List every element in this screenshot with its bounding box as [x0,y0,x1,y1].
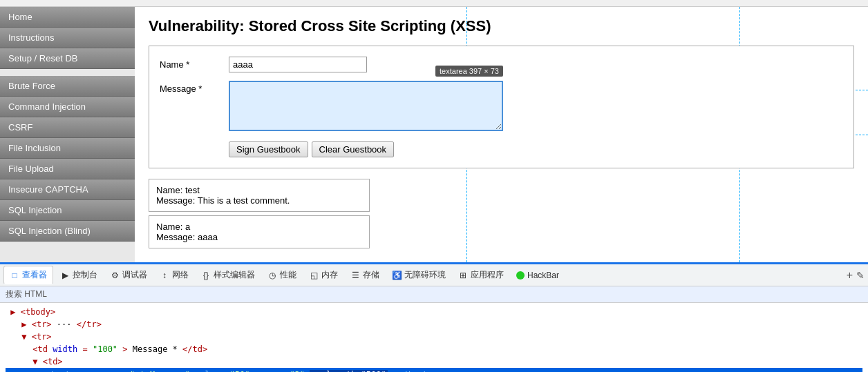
style-editor-icon: {} [201,271,211,280]
search-html-label: 搜索 HTML [6,288,47,300]
devtools-right-actions: + ✎ [847,269,865,282]
sidebar-item-file-inclusion[interactable]: File Inclusion [0,138,135,159]
tab-console[interactable]: ▶ 控制台 [55,266,103,284]
comment-box-2: Name: a Message: aaaa [149,215,370,248]
message-label: Message * [160,81,229,94]
tab-hackbar-label: HackBar [527,271,559,280]
html-line-5: ▼ <td> [6,355,862,368]
textarea-wrapper: textarea 397 × 73 [229,81,503,133]
tab-accessibility[interactable]: ♿ 无障碍环境 [386,266,451,284]
sidebar-spacer [0,69,135,76]
tab-debugger-label: 调试器 [122,269,147,281]
sidebar-item-command-injection[interactable]: Command Injection [0,97,135,117]
tab-memory-label: 内存 [321,269,338,281]
tab-storage-label: 存储 [363,269,379,281]
tab-console-label: 控制台 [73,269,97,281]
tab-application[interactable]: ⊞ 应用程序 [453,266,509,284]
name-input[interactable] [229,57,367,72]
tab-memory[interactable]: ◱ 内存 [303,266,343,284]
html-line-1: ▶ <tbody> [6,306,862,318]
textarea-tooltip: textarea 397 × 73 [435,66,503,77]
network-icon: ↕ [160,271,169,280]
html-line-3: ▼ <tr> [6,331,862,343]
comment-box-1: Name: test Message: This is a test comme… [149,179,370,212]
main-content: Vulnerability: Stored Cross Site Scripti… [135,7,868,262]
sidebar-item-instructions[interactable]: Instructions [0,28,135,48]
top-bar [0,0,868,7]
performance-icon: ◷ [267,271,277,280]
comment-1-message: Message: This is a test comment. [156,195,362,206]
tab-style-editor-label: 样式编辑器 [214,269,255,281]
sidebar-item-setup-reset-db[interactable]: Setup / Reset DB [0,48,135,69]
clear-guestbook-button[interactable]: Clear Guestbook [312,141,395,157]
tab-hackbar[interactable]: HackBar [511,268,565,283]
tab-application-label: 应用程序 [471,269,504,281]
tab-style-editor[interactable]: {} 样式编辑器 [196,266,261,284]
tab-accessibility-label: 无障碍环境 [404,269,446,281]
hackbar-dot-icon [516,271,525,280]
sidebar-item-csrf[interactable]: CSRF [0,117,135,138]
tab-debugger[interactable]: ⚙ 调试器 [104,266,153,284]
storage-icon: ☰ [350,271,360,280]
message-row: Message * textarea 397 × 73 [160,81,843,133]
devtools-panel: □ 查看器 ▶ 控制台 ⚙ 调试器 ↕ 网络 {} 样式编辑器 ◷ 性能 ◱ 内… [0,262,868,372]
sidebar-item-brute-force[interactable]: Brute Force [0,76,135,97]
tab-network-label: 网络 [172,269,189,281]
comment-1-name: Name: test [156,185,362,195]
message-textarea[interactable] [229,81,503,131]
html-line-6[interactable]: <textarea name = "mtxMessage" cols = "50… [6,368,862,372]
inspector-icon: □ [10,271,19,280]
tab-network[interactable]: ↕ 网络 [154,266,194,284]
comment-2-message: Message: aaaa [156,232,362,242]
memory-icon: ◱ [309,271,319,280]
comment-2-name: Name: a [156,222,362,232]
comments-area: Name: test Message: This is a test comme… [149,179,854,248]
tab-inspector[interactable]: □ 查看器 [3,266,53,284]
sidebar-item-home[interactable]: Home [0,7,135,28]
sidebar-item-insecure-captcha[interactable]: Insecure CAPTCHA [0,179,135,200]
tab-performance[interactable]: ◷ 性能 [262,266,302,284]
sidebar-item-sql-injection[interactable]: SQL Injection [0,200,135,221]
sidebar-item-sql-injection-blind[interactable]: SQL Injection (Blind) [0,221,135,242]
devtools-search-bar: 搜索 HTML [0,286,868,303]
devtools-html-content: ▶ <tbody> ▶ <tr> ··· </tr> ▼ <tr> <td wi… [0,303,868,372]
add-tab-icon[interactable]: + [847,269,853,282]
html-line-2: ▶ <tr> ··· </tr> [6,318,862,331]
console-icon: ▶ [60,271,70,280]
name-label: Name * [160,57,229,70]
debugger-icon: ⚙ [110,271,120,280]
form-container: Name * Message * textarea 397 × 73 Sign … [149,46,854,168]
settings-icon[interactable]: ✎ [856,270,865,281]
form-buttons: Sign Guestbook Clear Guestbook [229,141,843,157]
tab-storage[interactable]: ☰ 存储 [345,266,385,284]
application-icon: ⊞ [458,271,468,280]
page-wrapper: Home Instructions Setup / Reset DB Brute… [0,7,868,262]
tab-performance-label: 性能 [280,269,296,281]
devtools-tabs: □ 查看器 ▶ 控制台 ⚙ 调试器 ↕ 网络 {} 样式编辑器 ◷ 性能 ◱ 内… [0,264,868,286]
sidebar-item-file-upload[interactable]: File Upload [0,159,135,179]
sign-guestbook-button[interactable]: Sign Guestbook [229,141,308,157]
tab-inspector-label: 查看器 [22,269,47,281]
page-title: Vulnerability: Stored Cross Site Scripti… [149,17,854,35]
html-line-4: <td width = "100" > Message * </td> [6,343,862,355]
sidebar: Home Instructions Setup / Reset DB Brute… [0,7,135,262]
accessibility-icon: ♿ [392,271,402,280]
